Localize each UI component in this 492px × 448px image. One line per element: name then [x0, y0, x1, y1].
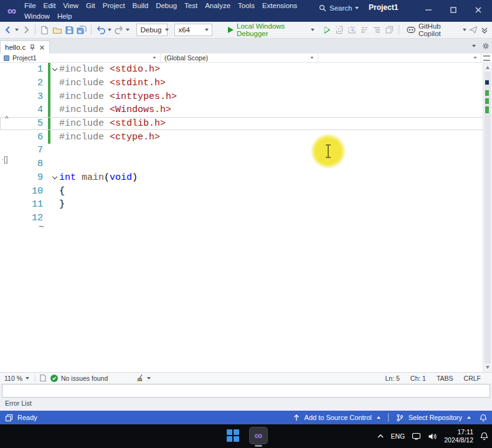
scroll-down-arrow-icon[interactable] [486, 366, 490, 369]
code-line[interactable]: 7 [0, 144, 492, 157]
scope-dropdown[interactable]: (Global Scope) [161, 54, 318, 62]
document-health-indicator[interactable]: No issues found [50, 375, 108, 382]
navigate-back-button[interactable] [2, 24, 13, 36]
restore-layout-icon[interactable] [5, 414, 13, 422]
start-without-debugging-button[interactable] [321, 24, 332, 36]
debug-target-chevron[interactable] [311, 29, 315, 31]
toolbar-icon-b[interactable] [347, 24, 357, 36]
maximize-button[interactable] [441, 0, 466, 20]
code-text: #include <stdlib.h> [59, 118, 166, 129]
indent-indicator[interactable]: TABS [437, 375, 453, 382]
member-dropdown[interactable] [318, 54, 481, 62]
code-text: #include <inttypes.h> [59, 91, 177, 102]
toolbar-icon-c[interactable] [359, 24, 370, 36]
toolbar-overflow-button[interactable] [481, 26, 490, 34]
menu-file[interactable]: File [21, 2, 40, 9]
caret-up-icon [377, 416, 381, 419]
open-documents-chevron[interactable] [472, 45, 476, 47]
error-list-panel[interactable] [2, 384, 490, 398]
redo-button[interactable] [113, 24, 124, 36]
menu-git[interactable]: Git [82, 2, 99, 9]
start-debugging-button[interactable]: Local Windows Debugger [228, 22, 309, 37]
open-file-button[interactable] [52, 24, 62, 36]
column-indicator[interactable]: Ch: 1 [410, 375, 426, 382]
send-feedback-button[interactable] [468, 24, 479, 36]
menu-analyze[interactable]: Analyze [201, 2, 234, 9]
notifications-bell-icon[interactable] [480, 414, 487, 422]
add-to-source-control-button[interactable]: Add to Source Control [305, 414, 372, 421]
menu-window[interactable]: Window [21, 12, 54, 20]
start-button[interactable] [224, 427, 242, 444]
solution-platform-dropdown[interactable]: x64 [174, 24, 212, 36]
minimize-button[interactable] [416, 0, 441, 20]
undo-button[interactable] [95, 24, 106, 36]
code-cleanup-button[interactable] [136, 374, 151, 382]
code-line[interactable]: 11} [0, 198, 492, 212]
menu-test[interactable]: Test [181, 2, 201, 9]
hardware-icon[interactable] [412, 432, 421, 440]
menu-project[interactable]: Project [99, 2, 129, 9]
vertical-scrollbar[interactable] [483, 63, 492, 372]
menu-edit[interactable]: Edit [40, 2, 60, 9]
code-line[interactable]: 5#include <stdlib.h> [0, 117, 492, 131]
code-line[interactable]: 12 [0, 212, 492, 225]
menu-help[interactable]: Help [54, 12, 76, 20]
code-line[interactable]: 1#include <stdio.h> [0, 63, 492, 77]
navigate-forward-button[interactable] [21, 24, 31, 36]
code-line[interactable]: 8 [0, 157, 492, 171]
line-number: 4 [0, 105, 46, 115]
menu-tools[interactable]: Tools [234, 2, 258, 9]
select-repository-button[interactable]: Select Repository [409, 414, 462, 421]
redo-chevron[interactable] [126, 29, 130, 31]
search-icon [319, 4, 326, 12]
tab-hello-c[interactable]: hello.c [0, 40, 50, 54]
tray-expand-chevron-icon[interactable] [377, 433, 384, 439]
language-indicator[interactable]: ENG [391, 432, 405, 440]
toolbar-icon-d[interactable] [372, 24, 382, 36]
scroll-up-arrow-icon[interactable] [486, 66, 490, 69]
code-line[interactable]: 4#include <Windows.h> [0, 103, 492, 117]
menu-build[interactable]: Build [129, 2, 153, 9]
eol-indicator[interactable]: CRLF [464, 375, 481, 382]
notification-center-icon[interactable] [480, 432, 488, 441]
taskbar-visual-studio-icon[interactable]: ∞ [249, 427, 268, 444]
volume-icon[interactable] [428, 432, 437, 441]
navigate-back-chevron[interactable] [15, 29, 19, 31]
code-editor[interactable]: 1#include <stdio.h>2#include <stdint.h>3… [0, 63, 492, 372]
github-copilot-button[interactable]: GitHub Copilot [407, 22, 466, 37]
toolbar-icon-e[interactable] [384, 24, 395, 36]
play-icon [228, 27, 234, 33]
code-line[interactable]: 2#include <stdint.h> [0, 77, 492, 90]
line-indicator[interactable]: Ln: 5 [385, 375, 399, 382]
code-line[interactable]: 10{ [0, 184, 492, 198]
fold-margin[interactable] [50, 68, 59, 70]
toolbar-icon-a[interactable] [334, 24, 345, 36]
menu-view[interactable]: View [59, 2, 82, 9]
code-line[interactable]: 6#include <ctype.h> [0, 130, 492, 144]
project-dropdown[interactable]: Project1 [0, 54, 161, 62]
code-line[interactable]: 3#include <inttypes.h> [0, 90, 492, 103]
save-button[interactable] [64, 24, 75, 36]
code-line[interactable]: 9int main(void) [0, 171, 492, 185]
zoom-dropdown[interactable]: 110 % [2, 375, 31, 382]
search-label: Search [329, 4, 352, 12]
document-health-icon[interactable] [39, 374, 47, 382]
menu-extensions[interactable]: Extensions [258, 2, 301, 9]
taskbar-clock[interactable]: 17:11 2024/8/12 [444, 428, 473, 444]
new-file-button[interactable] [39, 24, 50, 36]
scrollbar-thumb[interactable] [485, 72, 491, 363]
settings-gear-icon[interactable] [482, 42, 490, 50]
save-all-button[interactable] [77, 24, 87, 36]
solution-configuration-dropdown[interactable]: Debug [136, 24, 168, 36]
undo-chevron[interactable] [108, 29, 111, 31]
menu-debug[interactable]: Debug [152, 2, 181, 9]
close-button[interactable] [466, 0, 491, 20]
splitter-icon[interactable] [483, 55, 490, 61]
pin-icon[interactable] [29, 44, 35, 51]
search-box[interactable]: Search [319, 2, 359, 14]
chevron-down-icon [355, 7, 359, 9]
close-tab-icon[interactable] [39, 45, 45, 50]
change-bar [48, 157, 50, 171]
fold-margin[interactable] [50, 177, 59, 179]
configuration-value: Debug [140, 26, 161, 34]
